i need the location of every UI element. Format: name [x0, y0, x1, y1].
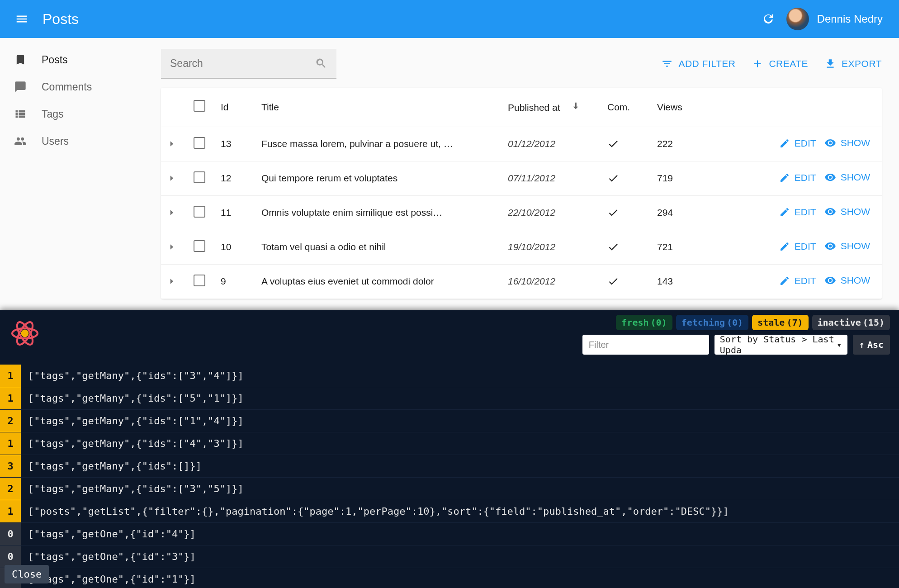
show-button[interactable]: SHOW — [824, 137, 870, 149]
col-published-label: Published at — [508, 102, 560, 113]
table-row[interactable]: 12Qui tempore rerum et voluptates07/11/2… — [161, 161, 882, 195]
edit-button[interactable]: EDIT — [779, 138, 816, 149]
badge-inactive[interactable]: inactive (15) — [812, 315, 890, 330]
badge-fetching[interactable]: fetching (0) — [676, 315, 748, 330]
expand-row-button[interactable] — [167, 208, 181, 217]
sidebar-item-users[interactable]: Users — [0, 128, 161, 155]
row-checkbox[interactable] — [194, 275, 205, 286]
col-views[interactable]: Views — [651, 88, 710, 127]
show-button[interactable]: SHOW — [824, 171, 870, 183]
edit-button[interactable]: EDIT — [779, 275, 816, 286]
search-field-wrap[interactable] — [161, 49, 336, 79]
create-button[interactable]: CREATE — [752, 58, 808, 70]
export-button[interactable]: EXPORT — [824, 58, 882, 70]
cell-id: 11 — [214, 195, 255, 230]
show-label: SHOW — [841, 206, 870, 217]
expand-row-button[interactable] — [167, 139, 181, 148]
cell-com — [601, 161, 651, 195]
show-label: SHOW — [841, 172, 870, 183]
sidebar-item-label: Users — [42, 135, 69, 147]
query-key: ["tags","getMany",{"ids":["3","4"]}] — [21, 370, 244, 381]
col-select-all[interactable] — [187, 88, 214, 127]
sidebar-item-label: Tags — [42, 108, 64, 120]
table-row[interactable]: 9A voluptas eius eveniet ut commodi dolo… — [161, 264, 882, 299]
query-item[interactable]: 0["tags","getOne",{"id":"3"}] — [0, 545, 899, 568]
show-button[interactable]: SHOW — [824, 206, 870, 218]
query-observer-count: 1 — [0, 500, 21, 522]
page-title: Posts — [43, 11, 79, 28]
arrow-up-icon: ↑ — [859, 339, 865, 350]
row-checkbox[interactable] — [194, 206, 205, 218]
menu-button[interactable] — [13, 10, 31, 28]
row-checkbox[interactable] — [194, 240, 205, 252]
people-icon — [13, 133, 28, 149]
add-filter-label: ADD FILTER — [678, 58, 735, 69]
cell-title: Omnis voluptate enim similique est possi… — [255, 195, 502, 230]
cell-id: 10 — [214, 230, 255, 264]
query-item[interactable]: 0["tags","getOne",{"id":"1"}] — [0, 568, 899, 588]
query-item[interactable]: 1["tags","getMany",{"ids":["3","4"]}] — [0, 365, 899, 387]
refresh-icon — [762, 12, 775, 26]
show-button[interactable]: SHOW — [824, 275, 870, 286]
col-actions — [710, 88, 882, 127]
show-label: SHOW — [841, 138, 870, 148]
query-item[interactable]: 2["tags","getMany",{"ids":["3","5"]}] — [0, 478, 899, 500]
devtools-close-button[interactable]: Close — [5, 565, 49, 583]
query-item[interactable]: 2["tags","getMany",{"ids":["1","4"]}] — [0, 410, 899, 432]
row-checkbox[interactable] — [194, 137, 205, 149]
eye-icon — [824, 206, 836, 218]
col-com[interactable]: Com. — [601, 88, 651, 127]
query-observer-count: 1 — [0, 432, 21, 455]
sort-desc-icon — [571, 102, 581, 113]
sidebar-item-posts[interactable]: Posts — [0, 46, 161, 73]
table-row[interactable]: 11Omnis voluptate enim similique est pos… — [161, 195, 882, 230]
devtools-sort-direction[interactable]: ↑ Asc — [853, 335, 890, 355]
add-filter-button[interactable]: ADD FILTER — [661, 58, 735, 70]
sidebar-item-tags[interactable]: Tags — [0, 100, 161, 128]
pencil-icon — [779, 241, 790, 252]
show-button[interactable]: SHOW — [824, 240, 870, 252]
query-item[interactable]: 1["tags","getMany",{"ids":["4","3"]}] — [0, 432, 899, 455]
row-checkbox[interactable] — [194, 171, 205, 183]
hamburger-icon — [15, 12, 28, 26]
cell-com — [601, 264, 651, 299]
edit-button[interactable]: EDIT — [779, 207, 816, 218]
query-key: ["tags","getMany",{"ids":["3","5"]}] — [21, 483, 244, 494]
devtools-filter-input[interactable] — [582, 335, 709, 355]
svg-point-3 — [21, 330, 29, 337]
search-input[interactable] — [170, 57, 315, 70]
user-avatar[interactable] — [786, 8, 809, 30]
query-item[interactable]: 3["tags","getMany",{"ids":[]}] — [0, 455, 899, 478]
username-label[interactable]: Dennis Nedry — [817, 13, 883, 25]
table-row[interactable]: 13Fusce massa lorem, pulvinar a posuere … — [161, 127, 882, 161]
edit-button[interactable]: EDIT — [779, 241, 816, 252]
query-item[interactable]: 1["posts","getList",{"filter":{},"pagina… — [0, 500, 899, 523]
edit-button[interactable]: EDIT — [779, 172, 816, 183]
cell-published: 19/10/2012 — [502, 230, 601, 264]
col-title[interactable]: Title — [255, 88, 502, 127]
badge-stale[interactable]: stale (7) — [752, 315, 808, 330]
cell-id: 9 — [214, 264, 255, 299]
col-published[interactable]: Published at — [502, 88, 601, 127]
expand-row-button[interactable] — [167, 174, 181, 183]
expand-row-button[interactable] — [167, 242, 181, 251]
devtools-sort-select[interactable]: Sort by Status > Last Upda ▾ — [714, 335, 847, 355]
query-item[interactable]: 0["tags","getOne",{"id":"4"}] — [0, 523, 899, 545]
refresh-button[interactable] — [759, 10, 777, 28]
sidebar-item-comments[interactable]: Comments — [0, 73, 161, 100]
show-label: SHOW — [841, 241, 870, 251]
query-list[interactable]: 1["tags","getMany",{"ids":["3","4"]}]1["… — [0, 365, 899, 588]
checkbox-icon[interactable] — [194, 100, 205, 112]
expand-row-button[interactable] — [167, 277, 181, 286]
plus-icon — [752, 58, 763, 70]
badge-fresh[interactable]: fresh (0) — [616, 315, 672, 330]
check-icon — [607, 275, 644, 287]
query-item[interactable]: 1["tags","getMany",{"ids":["5","1"]}] — [0, 387, 899, 410]
edit-label: EDIT — [795, 275, 816, 286]
sidebar-item-label: Comments — [42, 81, 92, 93]
cell-published: 22/10/2012 — [502, 195, 601, 230]
query-key: ["tags","getMany",{"ids":["5","1"]}] — [21, 393, 244, 404]
table-row[interactable]: 10Totam vel quasi a odio et nihil19/10/2… — [161, 230, 882, 264]
col-id[interactable]: Id — [214, 88, 255, 127]
cell-id: 12 — [214, 161, 255, 195]
